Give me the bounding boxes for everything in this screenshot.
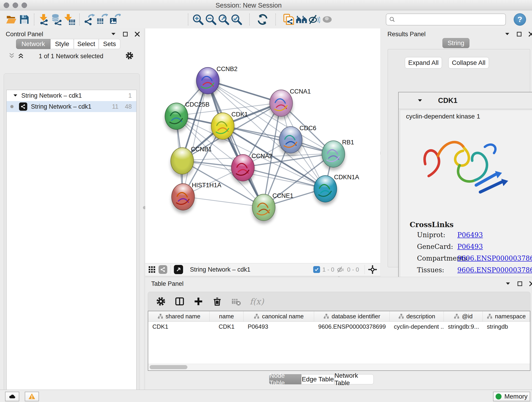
columns-icon[interactable] (175, 296, 185, 306)
detach-view-icon[interactable] (174, 265, 183, 274)
network-node[interactable] (171, 147, 194, 174)
scrollbar-thumb[interactable] (150, 365, 187, 369)
expand-all-networks-icon[interactable] (17, 52, 24, 60)
collapse-caret-icon[interactable] (13, 93, 18, 98)
grid-view-icon[interactable] (148, 266, 156, 274)
tab-network-table[interactable]: Network Table (334, 374, 374, 384)
network-node[interactable] (196, 67, 220, 94)
table-cell[interactable]: stringdb:9... (444, 322, 483, 332)
toolbar-search[interactable] (386, 13, 506, 26)
table-cell[interactable]: cyclin-dependent ... (390, 322, 444, 332)
column-header[interactable]: shared name (148, 311, 210, 321)
network-row[interactable]: String Network – cdk1 11 48 (7, 101, 136, 112)
table-cell[interactable]: CDK1 (148, 322, 210, 332)
selected-checkbox-icon[interactable] (313, 266, 320, 273)
maximize-panel-icon[interactable] (517, 281, 523, 287)
crosslink-link[interactable]: P06493 (457, 231, 483, 239)
import-network-icon[interactable] (38, 13, 51, 26)
open-file-icon[interactable] (5, 13, 18, 26)
column-header[interactable]: description (390, 311, 444, 321)
float-panel-icon[interactable] (504, 31, 510, 37)
memory-button[interactable]: Memory (493, 392, 530, 401)
close-panel-icon[interactable] (528, 31, 532, 37)
delete-table-icon[interactable] (231, 296, 241, 306)
network-options-gear-icon[interactable] (125, 51, 134, 61)
close-panel-icon[interactable] (529, 281, 532, 287)
function-builder-icon[interactable]: f(x) (250, 297, 264, 306)
hidden-eye-icon[interactable] (336, 265, 345, 274)
table-cell[interactable]: CDK1 (210, 322, 244, 332)
table-row[interactable]: CDK1CDK1P064939606.ENSP00000378699cyclin… (148, 322, 530, 332)
network-node[interactable] (231, 154, 254, 181)
toolbar-separator (79, 13, 80, 26)
string-home-icon[interactable] (295, 13, 308, 26)
network-node[interactable] (171, 183, 195, 211)
float-panel-icon[interactable] (110, 31, 116, 37)
network-node[interactable] (269, 89, 293, 117)
tab-string[interactable]: String (443, 38, 469, 48)
show-all-icon[interactable] (321, 13, 334, 26)
maximize-panel-icon[interactable] (516, 31, 522, 37)
application-window: Session: New Session (0, 0, 532, 402)
network-node[interactable] (252, 194, 275, 221)
float-panel-icon[interactable] (505, 281, 511, 287)
settings-gear-icon[interactable] (156, 296, 166, 306)
network-node[interactable] (211, 113, 234, 140)
column-header[interactable]: name (210, 311, 244, 321)
collapse-entry-caret-icon[interactable] (417, 98, 423, 104)
gene-entry-header[interactable]: CDK1 (399, 92, 532, 109)
tab-style[interactable]: Style (51, 39, 74, 49)
import-table-icon[interactable] (63, 13, 76, 26)
network-node[interactable] (314, 175, 337, 202)
zoom-selected-icon[interactable] (230, 13, 243, 26)
protein-ribbon-icon (199, 74, 217, 91)
tab-node-table[interactable]: Node Table (269, 374, 301, 384)
table-horizontal-scrollbar[interactable] (148, 364, 530, 370)
column-header[interactable]: @id (444, 311, 483, 321)
expand-all-button[interactable]: Expand All (405, 57, 442, 69)
network-node[interactable] (322, 140, 345, 167)
tab-sets[interactable]: Sets (99, 39, 120, 49)
delete-icon[interactable] (212, 296, 222, 306)
protein-ribbon-icon (167, 109, 185, 127)
zoom-out-icon[interactable] (204, 13, 217, 26)
network-canvas[interactable]: CCNB2CCNA1CDC25BCDK1CDC6RB1CCNB1CCNA2CDK… (145, 28, 380, 263)
export-image-icon[interactable] (109, 13, 121, 26)
table-cell[interactable]: 9606.ENSP00000378699 (314, 322, 390, 332)
network-node[interactable] (165, 103, 188, 130)
network-node[interactable] (279, 126, 302, 153)
zoom-fit-icon[interactable] (217, 13, 230, 26)
export-table-icon[interactable] (96, 13, 109, 26)
table-cell[interactable]: stringdb (483, 322, 530, 332)
close-panel-icon[interactable] (134, 31, 140, 37)
column-header[interactable]: namespace (483, 311, 530, 321)
help-button[interactable]: ? (514, 13, 526, 26)
import-database-icon[interactable] (51, 13, 63, 26)
clone-network-icon[interactable] (282, 13, 295, 26)
crosslink-link[interactable]: 9606.ENSP00000378699 (457, 254, 532, 262)
tab-edge-table[interactable]: Edge Table (301, 374, 334, 384)
tab-select[interactable]: Select (74, 39, 99, 49)
search-input[interactable] (395, 16, 495, 23)
hide-selected-icon[interactable] (308, 13, 321, 26)
zoom-in-icon[interactable] (191, 13, 204, 26)
network-collection-row[interactable]: String Network – cdk1 1 (7, 90, 136, 101)
network-badge-gray-icon[interactable] (158, 265, 167, 274)
collapse-all-button[interactable]: Collapse All (448, 57, 489, 69)
crosslink-link[interactable]: 9606.ENSP00000378699 (457, 266, 532, 274)
crosslink-link[interactable]: P06493 (457, 243, 483, 250)
maximize-panel-icon[interactable] (122, 31, 128, 37)
table-body: CDK1CDK1P064939606.ENSP00000378699cyclin… (148, 322, 530, 332)
fit-content-crosshair-icon[interactable] (368, 265, 377, 274)
tab-network[interactable]: Network (16, 39, 51, 49)
save-session-icon[interactable] (18, 13, 31, 26)
table-cell[interactable]: P06493 (244, 322, 314, 332)
cloud-status-button[interactable] (5, 392, 19, 401)
column-header[interactable]: canonical name (244, 311, 314, 321)
warning-status-button[interactable] (25, 392, 39, 401)
column-header[interactable]: database identifier (314, 311, 390, 321)
refresh-layout-icon[interactable] (256, 13, 269, 26)
export-network-icon[interactable] (83, 13, 96, 26)
collapse-all-networks-icon[interactable] (8, 52, 15, 60)
add-column-icon[interactable] (193, 296, 203, 306)
